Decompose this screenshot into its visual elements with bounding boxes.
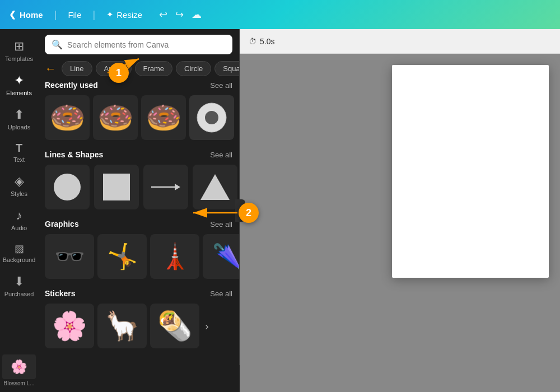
svg-marker-7 [175,184,180,190]
donut-item-4[interactable] [189,95,234,140]
shape-arrow-svg [150,181,181,193]
sidebar-item-background[interactable]: ▨ Background [2,238,36,268]
donut-svg [195,101,228,134]
elements-panel: 🔍 ← Line Arrow Frame Circle Square › [38,29,240,365]
graphics-see-all[interactable]: See all [210,220,232,228]
shapes-row: › [45,165,232,209]
graphics-row: 🕶️ 🤸 🗼 🌂 › [45,234,232,279]
stickers-section: Stickers See all 🌸 🦙 🌯 › [45,289,232,348]
filter-tag-frame[interactable]: Frame [135,61,173,76]
graphics-title: Graphics [45,220,79,228]
recently-used-header: Recently used See all [45,81,232,90]
shape-arrow-wrap [150,181,181,193]
annotation-1: 1 [109,63,129,83]
blossom-thumbnail[interactable]: 🌸 [2,354,36,379]
sidebar-item-purchased[interactable]: ⬇ Purchased [2,270,36,302]
graphic-item-4[interactable]: 🌂 [203,234,239,279]
resize-icon: ✦ [106,10,114,20]
purchased-icon: ⬇ [14,274,24,289]
donut-item-3[interactable]: 🍩 [141,95,186,140]
shape-arrow-item[interactable] [143,165,188,209]
canvas-topbar: ⏱ 5.0s [240,29,560,54]
topbar: ❮ Home | File | ✦ Resize ↩ ↪ ☁ [0,0,560,29]
stickers-chevron-icon[interactable]: › [203,318,211,335]
audio-icon: ♪ [16,208,22,223]
shape-triangle [200,174,230,200]
lines-shapes-see-all[interactable]: See all [210,151,232,159]
panel-scroll: Recently used See all 🍩 🍩 🍩 [38,81,239,365]
stickers-header: Stickers See all [45,289,232,298]
graphics-section: Graphics See all 🕶️ 🤸 🗼 🌂 › [45,220,232,279]
recently-used-chevron-icon[interactable]: › [237,109,239,127]
graphics-header: Graphics See all [45,220,232,228]
file-button[interactable]: File [68,10,81,20]
cloud-save-button[interactable]: ☁ [192,8,202,21]
donut-grid: 🍩 🍩 🍩 [45,95,232,140]
timer-value: 5.0s [260,37,274,46]
sidebar-item-text[interactable]: T Text [2,137,36,167]
annotation-2: 2 [239,203,259,223]
shape-triangle-item[interactable] [193,165,237,209]
search-input-wrap[interactable]: 🔍 [45,35,232,54]
canvas-area: ⏱ 5.0s [240,29,560,392]
sticker-item-3[interactable]: 🌯 [150,304,199,348]
lines-shapes-title: Lines & Shapes [45,150,103,159]
separator2: | [93,9,96,21]
recently-used-title: Recently used [45,81,98,90]
stickers-see-all[interactable]: See all [210,290,232,298]
lines-shapes-header: Lines & Shapes See all [45,150,232,159]
svg-point-5 [205,111,218,124]
filter-arrow-icon: ← [45,62,56,75]
resize-button[interactable]: ✦ Resize [106,10,142,20]
search-input[interactable] [67,40,226,49]
recently-used-section: Recently used See all 🍩 🍩 🍩 [45,81,232,140]
redo-button[interactable]: ↪ [175,8,184,21]
home-button[interactable]: ❮ Home [9,10,43,20]
canvas-body[interactable] [240,54,560,392]
sidebar-bottom: 🌸 Blossom L... [2,349,36,392]
donut-item-2[interactable]: 🍩 [93,95,138,140]
sidebar-item-styles[interactable]: ◈ Styles [2,170,36,202]
shape-circle-item[interactable] [45,165,90,209]
shape-square [103,174,130,200]
templates-icon: ⊞ [14,39,24,54]
filter-tag-square[interactable]: Square [214,61,239,76]
shape-square-item[interactable] [94,165,139,209]
graphic-item-3[interactable]: 🗼 [150,234,199,279]
donut-item-1[interactable]: 🍩 [45,95,90,140]
sidebar-item-elements[interactable]: ✦ Elements [2,69,36,101]
sidebar-icons: ⊞ Templates ✦ Elements ⬆ Uploads T Text … [0,29,38,392]
sidebar-item-templates[interactable]: ⊞ Templates [2,35,36,67]
sticker-item-1[interactable]: 🌸 [45,304,94,348]
filter-tag-line[interactable]: Line [62,61,92,76]
text-icon: T [16,142,22,155]
undo-button[interactable]: ↩ [159,8,167,21]
graphic-item-2[interactable]: 🤸 [97,234,147,279]
filter-tags: ← Line Arrow Frame Circle Square › [38,59,239,81]
blossom-label: Blossom L... [3,380,34,386]
search-icon: 🔍 [52,39,63,50]
stickers-row: 🌸 🦙 🌯 › [45,304,232,348]
separator: | [54,9,57,21]
stickers-title: Stickers [45,289,75,298]
search-bar: 🔍 [38,29,239,59]
graphic-item-1[interactable]: 🕶️ [45,234,94,279]
sidebar-item-uploads[interactable]: ⬆ Uploads [2,103,36,135]
uploads-icon: ⬆ [14,108,24,122]
donut-emoji-2: 🍩 [97,101,134,135]
recently-used-see-all[interactable]: See all [210,81,232,90]
timer-icon: ⏱ [249,37,256,46]
canvas-timer: ⏱ 5.0s [249,37,274,46]
chevron-left-icon: ❮ [9,10,16,20]
filter-tag-circle[interactable]: Circle [176,61,211,76]
donut-emoji-1: 🍩 [49,101,86,135]
styles-icon: ◈ [15,174,24,189]
lines-shapes-section: Lines & Shapes See all [45,150,232,209]
background-icon: ▨ [15,242,24,255]
sidebar-item-audio[interactable]: ♪ Audio [2,204,36,236]
elements-icon: ✦ [14,73,24,88]
canvas-page [392,65,549,278]
donut-emoji-3: 🍩 [146,101,182,135]
shape-circle [54,174,81,200]
sticker-item-2[interactable]: 🦙 [97,304,147,348]
